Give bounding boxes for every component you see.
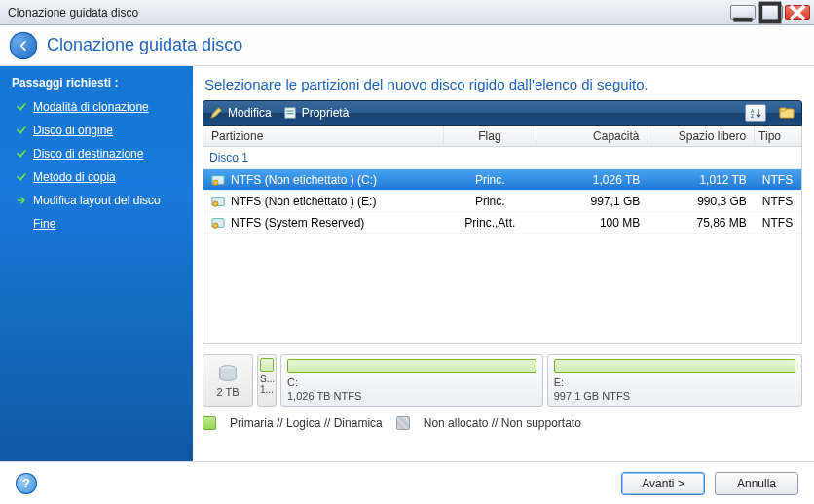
table-row[interactable]: NTFS (Non etichettato ) (C:) Princ. 1,02… xyxy=(204,169,801,191)
cell-flag: Princ.,Att. xyxy=(464,216,515,230)
sidebar-header: Passaggi richiesti : xyxy=(0,72,193,95)
disk-segment-c[interactable]: C: 1,026 TB NTFS xyxy=(280,354,543,407)
seg-letter: E: xyxy=(554,377,796,388)
legend-primary-label: Primaria // Logica // Dinamica xyxy=(230,416,383,430)
col-capacity[interactable]: Capacità xyxy=(536,126,648,146)
close-button[interactable] xyxy=(785,5,810,20)
seg-letter: C: xyxy=(287,377,536,388)
folder-icon xyxy=(779,105,795,121)
partition-icon xyxy=(211,195,225,208)
help-icon: ? xyxy=(22,476,30,490)
table-group[interactable]: Disco 1 xyxy=(204,147,801,169)
partition-icon xyxy=(211,216,225,230)
toolbar-edit[interactable]: Modifica xyxy=(209,106,272,120)
cancel-button[interactable]: Annulla xyxy=(715,472,798,495)
sidebar-item-label: Disco di destinazione xyxy=(33,145,143,162)
cell-capacity: 100 MB xyxy=(600,216,640,230)
minimize-button[interactable] xyxy=(730,5,756,20)
back-button[interactable] xyxy=(10,32,37,59)
svg-text:Z: Z xyxy=(751,113,754,119)
pencil-icon xyxy=(209,106,223,120)
check-icon xyxy=(16,148,27,160)
cell-partition: NTFS (Non etichettato ) (E:) xyxy=(231,195,376,208)
cell-flag: Princ. xyxy=(475,173,505,187)
cell-partition: NTFS (System Reserved) xyxy=(231,216,364,230)
disk-size-label: 2 TB xyxy=(216,386,239,398)
toolbar-edit-label: Modifica xyxy=(228,106,272,120)
col-type[interactable]: Tipo xyxy=(755,126,801,146)
partition-table: Partizione Flag Capacità Spazio libero T… xyxy=(203,126,802,344)
sidebar-item-label: Modalità di clonazione xyxy=(33,98,149,116)
window: Clonazione guidata disco Clonazione guid… xyxy=(0,0,814,504)
seg-line2: 1... xyxy=(260,384,274,395)
next-button-label: Avanti > xyxy=(642,477,684,490)
arrow-right-icon xyxy=(16,195,27,206)
svg-rect-0 xyxy=(733,17,752,21)
sidebar-item-label: Modifica layout del disco xyxy=(33,192,161,209)
svg-point-14 xyxy=(213,223,218,228)
main-title: Selezionare le partizioni del nuovo disc… xyxy=(204,76,802,92)
cell-flag: Princ. xyxy=(475,195,505,208)
sidebar-item-label: Fine xyxy=(33,215,56,233)
cell-free: 75,86 MB xyxy=(696,216,746,230)
sidebar-item-label: Disco di origine xyxy=(33,122,113,139)
toolbar-properties-label: Proprietà xyxy=(302,106,350,120)
next-button[interactable]: Avanti > xyxy=(621,472,705,495)
body: Passaggi richiesti : Modalità di clonazi… xyxy=(0,66,814,461)
disk-label[interactable]: 2 TB xyxy=(203,354,253,407)
cell-type: NTFS xyxy=(762,173,793,187)
col-partition[interactable]: Partizione xyxy=(204,126,444,146)
help-button[interactable]: ? xyxy=(16,473,37,494)
disk-segment-reserved[interactable]: S... 1... xyxy=(257,354,277,407)
svg-rect-3 xyxy=(286,110,293,111)
properties-icon xyxy=(283,106,297,120)
legend: Primaria // Logica // Dinamica Non alloc… xyxy=(203,416,802,430)
seg-desc: 1,026 TB NTFS xyxy=(287,390,536,402)
svg-rect-4 xyxy=(286,113,293,114)
legend-unallocated-label: Non allocato // Non supportato xyxy=(424,416,581,430)
sidebar-item-dest-disk[interactable]: Disco di destinazione xyxy=(0,142,193,165)
sidebar-item-clone-mode[interactable]: Modalità di clonazione xyxy=(0,95,193,119)
table-header-row: Partizione Flag Capacità Spazio libero T… xyxy=(204,126,801,147)
cell-type: NTFS xyxy=(762,216,793,230)
cell-type: NTFS xyxy=(762,195,793,208)
toolbar-view-button[interactable] xyxy=(778,104,796,122)
sidebar-item-modify-layout[interactable]: Modifica layout del disco xyxy=(0,189,193,212)
svg-rect-8 xyxy=(780,108,786,111)
sidebar-item-copy-method[interactable]: Metodo di copia xyxy=(0,165,193,189)
window-title: Clonazione guidata disco xyxy=(8,6,728,19)
cell-capacity: 1,026 TB xyxy=(593,173,640,187)
seg-line1: S... xyxy=(260,374,274,384)
partition-icon xyxy=(211,173,225,187)
cell-free: 990,3 GB xyxy=(697,195,747,208)
seg-desc: 997,1 GB NTFS xyxy=(554,390,796,402)
table-row[interactable]: NTFS (System Reserved) Princ.,Att. 100 M… xyxy=(204,212,801,234)
sidebar-item-source-disk[interactable]: Disco di origine xyxy=(0,119,193,142)
legend-swatch-unallocated xyxy=(396,416,410,430)
footer: ? Avanti > Annulla xyxy=(0,461,814,504)
toolbar-properties[interactable]: Proprietà xyxy=(283,106,350,120)
disk-segment-e[interactable]: E: 997,1 GB NTFS xyxy=(547,354,802,407)
sidebar: Passaggi richiesti : Modalità di clonazi… xyxy=(0,66,193,461)
svg-point-12 xyxy=(213,201,218,206)
toolbar-sort-button[interactable]: AZ xyxy=(745,104,766,122)
col-free[interactable]: Spazio libero xyxy=(648,126,755,146)
maximize-button[interactable] xyxy=(758,5,783,20)
sidebar-item-finish[interactable]: Fine xyxy=(0,212,193,235)
cancel-button-label: Annulla xyxy=(737,477,776,490)
col-flag[interactable]: Flag xyxy=(444,126,536,146)
check-icon xyxy=(16,171,27,183)
disk-map: 2 TB S... 1... C: 1,026 TB NTFS E: 997,1… xyxy=(203,354,802,407)
svg-rect-1 xyxy=(760,3,779,21)
table-row[interactable]: NTFS (Non etichettato ) (E:) Princ. 997,… xyxy=(204,191,801,212)
disk-icon xyxy=(217,363,239,384)
main: Selezionare le partizioni del nuovo disc… xyxy=(193,66,814,461)
sidebar-item-label: Metodo di copia xyxy=(33,168,116,186)
check-icon xyxy=(16,101,27,113)
svg-point-10 xyxy=(213,180,218,185)
legend-swatch-primary xyxy=(203,416,216,430)
sort-icon: AZ xyxy=(750,107,761,119)
banner: Clonazione guidata disco xyxy=(0,25,814,66)
cell-free: 1,012 TB xyxy=(699,173,746,187)
cell-capacity: 997,1 GB xyxy=(591,195,641,208)
